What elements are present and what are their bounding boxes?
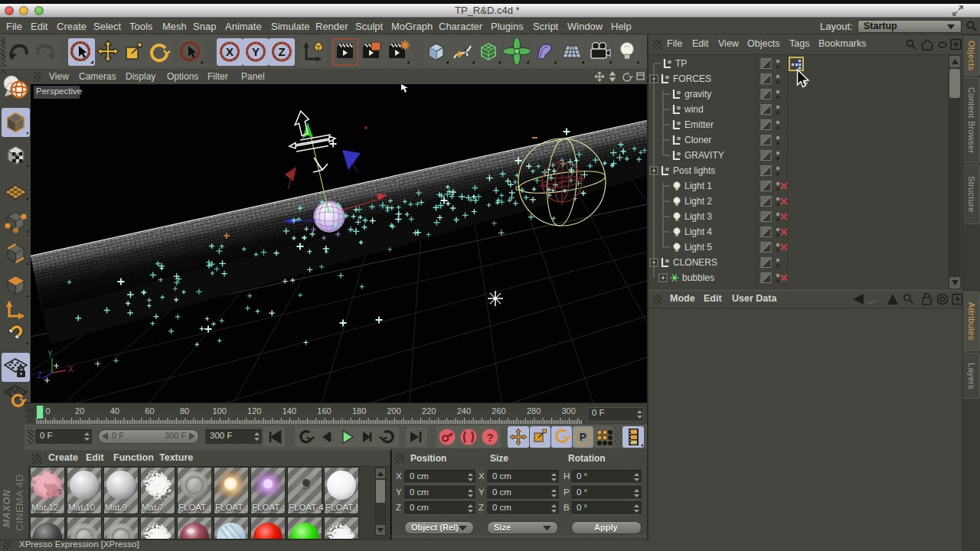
- svg-text:o: o: [677, 135, 681, 142]
- svg-text:o: o: [677, 89, 681, 96]
- svg-text:o: o: [665, 73, 669, 80]
- svg-text:o: o: [668, 58, 671, 65]
- svg-text:P: P: [580, 431, 586, 443]
- svg-text:?: ?: [486, 431, 493, 444]
- svg-text:o: o: [665, 257, 669, 264]
- svg-text:o: o: [677, 150, 681, 157]
- svg-text:o: o: [677, 119, 681, 126]
- svg-text:o: o: [665, 165, 669, 172]
- svg-text:o: o: [677, 104, 681, 111]
